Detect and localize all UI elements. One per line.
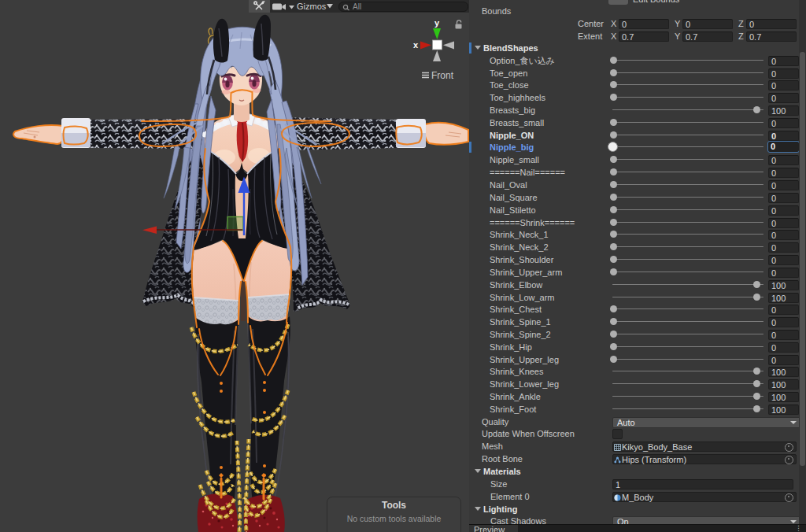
svg-text:x: x — [413, 40, 419, 50]
svg-text:Front: Front — [431, 70, 454, 81]
svg-text:y: y — [434, 18, 440, 28]
